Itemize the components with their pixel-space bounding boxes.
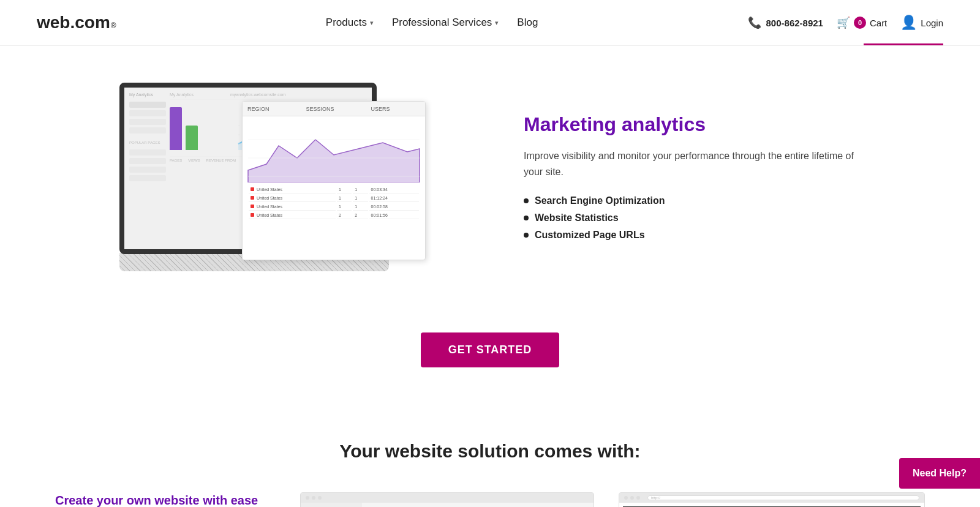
svg-marker-4 <box>248 140 420 182</box>
browser-dot <box>312 496 315 500</box>
theme-sidebar: THEME Colours Fonts <box>301 503 362 507</box>
get-started-button[interactable]: GET STARTED <box>421 332 560 367</box>
browser-dot <box>630 496 634 500</box>
browser-dot <box>306 496 309 500</box>
header: web.com® Products ▾ Professional Service… <box>0 0 980 46</box>
progress-bar <box>864 43 943 45</box>
analytics-table: United States 1100:03:34 United States 1… <box>247 185 420 220</box>
browser-dot <box>624 496 628 500</box>
preview-mockup: http:// MISSŌNI <box>619 492 925 507</box>
header-right: 📞 800-862-8921 🛒 0 Cart 👤 Login <box>748 15 943 31</box>
card-title-builder: Create your own website with ease <box>55 492 276 507</box>
analytics-overlay: REGIONSESSIONSUSERSAVG. TIME ON SITE <box>242 101 426 260</box>
bullet-icon <box>524 198 529 203</box>
bar-chart-item <box>170 107 182 150</box>
list-item: Customized Page URLs <box>524 230 861 241</box>
need-help-button[interactable]: Need Help? <box>899 458 980 489</box>
area-chart <box>247 121 420 182</box>
feature-list: Search Engine Optimization Website Stati… <box>524 195 861 241</box>
list-item: Website Statistics <box>524 212 861 223</box>
login-area[interactable]: 👤 Login <box>900 15 943 31</box>
nav-products[interactable]: Products ▾ <box>326 17 374 29</box>
phone-icon: 📞 <box>748 16 761 29</box>
laptop-illustration: My Analytics POPULAR PAGES <box>119 83 475 271</box>
get-started-section: GET STARTED <box>0 308 980 404</box>
list-item: Search Engine Optimization <box>524 195 861 206</box>
cart-badge: 0 <box>854 17 866 29</box>
account-icon: 👤 <box>900 15 917 31</box>
solution-title: Your website solution comes with: <box>37 441 943 462</box>
main-nav: Products ▾ Professional Services ▾ Blog <box>326 17 538 29</box>
solution-cards: Create your own website with ease THEME … <box>37 492 943 507</box>
solution-section: Your website solution comes with: Create… <box>0 404 980 507</box>
analytics-title: Marketing analytics <box>524 113 861 136</box>
preview-content: MISSŌNI <box>619 503 924 507</box>
analytics-section: My Analytics POPULAR PAGES <box>0 46 980 308</box>
nav-professional-services[interactable]: Professional Services ▾ <box>392 17 499 29</box>
analytics-description: Improve visibility and monitor your perf… <box>524 148 861 179</box>
cart-icon: 🛒 <box>837 16 850 29</box>
bullet-icon <box>524 216 529 220</box>
chevron-down-icon: ▾ <box>370 19 374 27</box>
solution-card-theme: THEME Colours Fonts These primary colour… <box>300 492 594 507</box>
browser-dot <box>636 496 640 500</box>
analytics-text: Marketing analytics Improve visibility a… <box>524 113 861 240</box>
nav-blog[interactable]: Blog <box>517 17 538 29</box>
bullet-icon <box>524 233 529 238</box>
cart-area[interactable]: 🛒 0 Cart <box>837 16 887 29</box>
phone-area[interactable]: 📞 800-862-8921 <box>748 16 823 29</box>
laptop-sidebar: My Analytics POPULAR PAGES <box>129 92 166 244</box>
theme-content: These primary colours set the style for … <box>362 503 594 507</box>
chevron-down-icon: ▾ <box>495 19 499 27</box>
bar-chart-item <box>186 126 198 150</box>
browser-dot <box>318 496 322 500</box>
theme-mockup: THEME Colours Fonts These primary colour… <box>300 492 594 507</box>
solution-card-builder: Create your own website with ease <box>55 492 276 507</box>
logo[interactable]: web.com® <box>37 13 116 32</box>
solution-card-preview: http:// MISSŌNI <box>619 492 925 507</box>
